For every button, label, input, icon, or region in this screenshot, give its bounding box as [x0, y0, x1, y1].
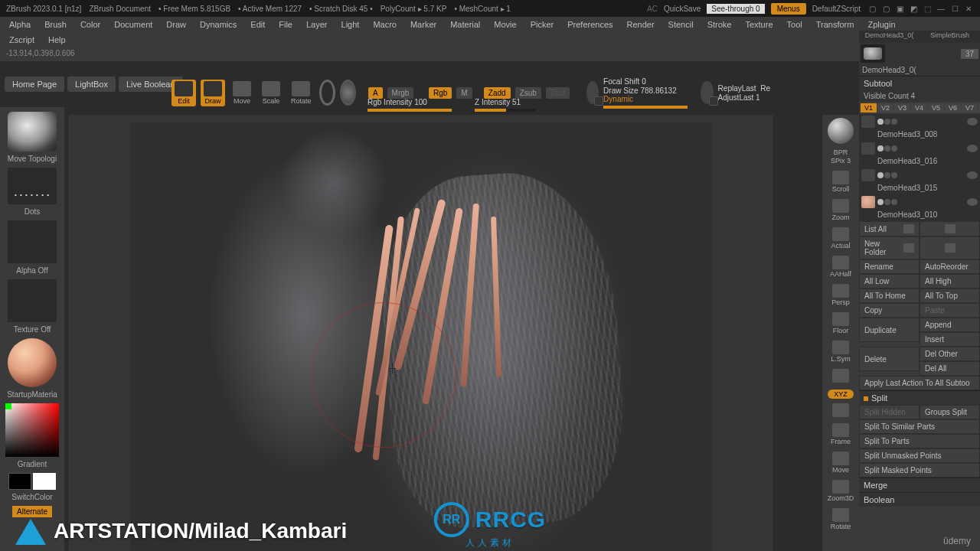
split-similar-button[interactable]: Split To Similar Parts: [859, 419, 980, 434]
menu-texture[interactable]: Texture: [739, 18, 779, 31]
maximize-icon[interactable]: ☐: [949, 3, 960, 14]
replay-last-label[interactable]: ReplayLast: [718, 84, 756, 93]
subtool-header[interactable]: Subtool: [859, 76, 980, 90]
zadd-chip[interactable]: Zadd: [484, 87, 511, 99]
zcut-chip[interactable]: Zcut: [546, 87, 570, 99]
menu-zscript[interactable]: Zscript: [3, 34, 41, 46]
m-chip[interactable]: M: [456, 87, 472, 99]
z-intensity-label[interactable]: Z Intensity 51: [475, 98, 536, 106]
draw-size-slider[interactable]: [603, 106, 688, 109]
move-mode-button[interactable]: Move: [230, 80, 254, 106]
menu-render[interactable]: Render: [621, 18, 661, 31]
xyz-button[interactable]: XYZ: [828, 390, 854, 399]
subtool-item[interactable]: [859, 194, 980, 210]
subtool-item[interactable]: [859, 168, 980, 183]
new-folder-button[interactable]: New Folder: [859, 236, 920, 259]
alternate-button[interactable]: Alternate: [12, 506, 52, 517]
menu-tool[interactable]: Tool: [781, 18, 808, 31]
move-nav-button[interactable]: Move: [826, 450, 855, 475]
menu-material[interactable]: Material: [444, 18, 486, 31]
menu-light[interactable]: Light: [335, 18, 366, 31]
z-intensity-slider[interactable]: [475, 109, 536, 112]
menu-color[interactable]: Color: [74, 18, 106, 31]
replay-dial-icon[interactable]: [701, 81, 713, 104]
quicksave-button[interactable]: QuickSave: [664, 5, 701, 13]
tool-name-row[interactable]: DemoHead3_0(: [859, 64, 980, 76]
menu-dynamics[interactable]: Dynamics: [194, 18, 243, 31]
all-low-button[interactable]: All Low: [859, 274, 920, 289]
switchcolor-label[interactable]: SwitchColor: [10, 491, 54, 503]
v5-tab[interactable]: V5: [928, 103, 944, 112]
color-picker[interactable]: [5, 403, 59, 457]
draw-mode-button[interactable]: Draw: [201, 80, 225, 106]
texture-thumbnail[interactable]: [8, 279, 57, 322]
mrgb-chip[interactable]: Mrgb: [387, 87, 414, 99]
menu-stroke[interactable]: Stroke: [701, 18, 738, 31]
eye-icon[interactable]: [967, 145, 978, 152]
viewport[interactable]: ┼: [69, 115, 773, 551]
all-to-top-button[interactable]: All To Top: [920, 289, 980, 303]
v2-tab[interactable]: V2: [877, 103, 893, 112]
merge-header[interactable]: Merge: [859, 478, 980, 492]
menu-macro[interactable]: Macro: [367, 18, 403, 31]
del-other-button[interactable]: Del Other: [920, 347, 980, 361]
tool-tab-2[interactable]: SimpleBrush: [920, 31, 980, 43]
rename-button[interactable]: Rename: [859, 259, 920, 274]
menu-preferences[interactable]: Preferences: [561, 18, 619, 31]
actual-button[interactable]: Actual: [826, 226, 855, 251]
v3-tab[interactable]: V3: [894, 103, 910, 112]
menu-alpha[interactable]: Alpha: [3, 18, 37, 31]
scroll-button[interactable]: Scroll: [826, 169, 855, 194]
eye-icon[interactable]: [967, 118, 978, 126]
groups-split-button[interactable]: Groups Split: [920, 405, 980, 419]
menu-movie[interactable]: Movie: [488, 18, 522, 31]
persp-button[interactable]: Persp: [826, 282, 855, 308]
rgb-intensity-label[interactable]: Rgb Intensity 100: [368, 98, 452, 106]
move-up-button[interactable]: [920, 236, 980, 259]
seethrough-slider[interactable]: See-through 0: [707, 4, 764, 14]
menus-button[interactable]: Menus: [771, 3, 806, 15]
boolean-header[interactable]: Boolean: [859, 492, 980, 507]
insert-button[interactable]: Insert: [920, 332, 980, 347]
autoreorder-button[interactable]: AutoReorder: [920, 259, 980, 274]
menu-brush[interactable]: Brush: [38, 18, 73, 31]
eye-icon[interactable]: [967, 171, 978, 179]
a-chip[interactable]: A: [368, 87, 383, 99]
home-page-button[interactable]: Home Page: [5, 77, 64, 92]
append-button[interactable]: Append: [920, 318, 980, 332]
floor-button[interactable]: Floor: [826, 311, 855, 336]
window-icon-2[interactable]: ▢: [880, 3, 891, 14]
all-to-home-button[interactable]: All To Home: [859, 289, 920, 303]
menu-picker[interactable]: Picker: [524, 18, 560, 31]
split-parts-button[interactable]: Split To Parts: [859, 434, 980, 448]
default-zscript[interactable]: DefaultZScript: [812, 5, 861, 13]
rotate-mode-button[interactable]: Rotate: [288, 80, 315, 106]
sculptris-ring-icon[interactable]: [340, 80, 356, 106]
menu-layer[interactable]: Layer: [300, 18, 334, 31]
zoom-button[interactable]: Zoom: [826, 197, 855, 223]
material-thumbnail[interactable]: [8, 338, 57, 387]
list-all-button[interactable]: List All: [859, 221, 920, 236]
v4-tab[interactable]: V4: [911, 103, 927, 112]
rgb-intensity-slider[interactable]: [368, 109, 452, 112]
lock-button[interactable]: [826, 367, 855, 384]
gradient-label[interactable]: Gradient: [16, 458, 48, 470]
eye-icon[interactable]: [967, 198, 978, 206]
v7-tab[interactable]: V7: [962, 103, 978, 112]
menu-help[interactable]: Help: [42, 34, 72, 46]
aahalf-button[interactable]: AAHalf: [826, 254, 855, 279]
draw-size-label[interactable]: Draw Size 788.86132: [603, 86, 677, 95]
window-icon-4[interactable]: ◩: [908, 3, 919, 14]
menu-marker[interactable]: Marker: [404, 18, 443, 31]
v1-tab[interactable]: V1: [861, 103, 877, 112]
close-icon[interactable]: ✕: [963, 3, 974, 14]
shelf-material-icon[interactable]: [828, 118, 854, 144]
scale-mode-button[interactable]: Scale: [259, 80, 283, 106]
subtool-item[interactable]: [859, 114, 980, 129]
lsym-button[interactable]: L.Sym: [826, 339, 855, 364]
bpr-button[interactable]: BPRSPix 3: [826, 147, 855, 166]
rotate-nav-button[interactable]: Rotate: [826, 507, 855, 532]
menu-zplugin[interactable]: Zplugin: [861, 18, 901, 31]
minimize-icon[interactable]: —: [936, 3, 946, 14]
edit-mode-button[interactable]: Edit: [172, 80, 196, 106]
